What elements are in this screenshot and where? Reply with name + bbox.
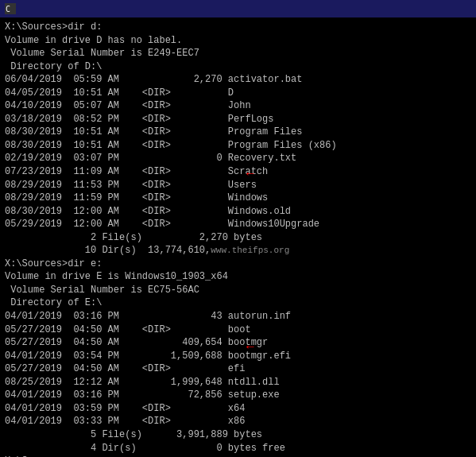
terminal-line: 03/18/2019 08:52 PM <DIR> PerfLogs [5,113,471,126]
terminal-output: X:\Sources>dir d:Volume in drive D has n… [5,21,471,457]
terminal-line: 05/27/2019 04:50 AM <DIR> efi [5,362,471,376]
terminal-line: 05/27/2019 04:50 AM 409,654 bootmgr [5,336,471,350]
terminal-line: 08/29/2019 11:53 PM <DIR> Users [5,179,471,192]
terminal-line: Volume in drive D has no label. [5,34,471,48]
terminal-line: 05/29/2019 12:00 AM <DIR> Windows10Upgra… [5,218,471,231]
terminal-line: 04/01/2019 03:33 PM <DIR> x86 [5,415,471,428]
terminal-line: Volume Serial Number is EC75-56AC [5,284,471,297]
terminal-line: 4 Dir(s) 0 bytes free [5,442,471,455]
terminal-line: 04/01/2019 03:16 PM 72,856 setup.exe [5,389,471,402]
terminal-line: 04/01/2019 03:54 PM 1,509,688 bootmgr.ef… [5,350,471,363]
terminal-line: 2 File(s) 2,270 bytes [5,231,471,245]
terminal-line: 10 Dir(s) 13,774,610,www.theifps.org [5,244,471,258]
terminal[interactable]: X:\Sources>dir d:Volume in drive D has n… [0,17,476,457]
terminal-line: X:\Sources>dir e: [5,258,471,271]
terminal-line: 08/30/2019 10:51 AM <DIR> Program Files … [5,139,471,153]
terminal-line: 04/01/2019 03:59 PM <DIR> x64 [5,402,471,416]
windows-arrow: ← [246,167,254,181]
terminal-line: 08/29/2019 11:59 PM <DIR> Windows [5,192,471,205]
ntdll-arrow: ← [246,340,254,354]
terminal-line: 05/27/2019 04:50 AM <DIR> boot [5,323,471,337]
terminal-line: Volume in drive E is Windows10_1903_x64 [5,270,471,284]
terminal-line: 04/10/2019 05:07 AM <DIR> John [5,99,471,113]
terminal-line: Directory of D:\ [5,60,471,74]
terminal-line: 08/30/2019 10:51 AM <DIR> Program Files [5,126,471,139]
svg-text:C: C [6,5,10,14]
terminal-line: X:\Sources>dir d: [5,21,471,34]
terminal-line: 08/30/2019 12:00 AM <DIR> Windows.old [5,205,471,219]
terminal-line: 06/04/2019 05:59 AM 2,270 activator.bat [5,73,471,87]
terminal-line: Volume Serial Number is E249-EEC7 [5,47,471,60]
terminal-line: 04/01/2019 03:16 PM 43 autorun.inf [5,310,471,323]
terminal-line: Directory of E:\ [5,296,471,310]
terminal-line: 5 File(s) 3,991,889 bytes [5,428,471,442]
terminal-line: 04/05/2019 10:51 AM <DIR> D [5,87,471,100]
terminal-line: 07/23/2019 11:09 AM <DIR> Scratch [5,165,471,179]
title-bar: C [0,0,476,17]
cmd-icon: C [5,3,16,14]
terminal-line: 08/25/2019 12:12 AM 1,999,648 ntdll.dll [5,376,471,389]
terminal-line: 02/19/2019 03:07 PM 0 Recovery.txt [5,152,471,165]
